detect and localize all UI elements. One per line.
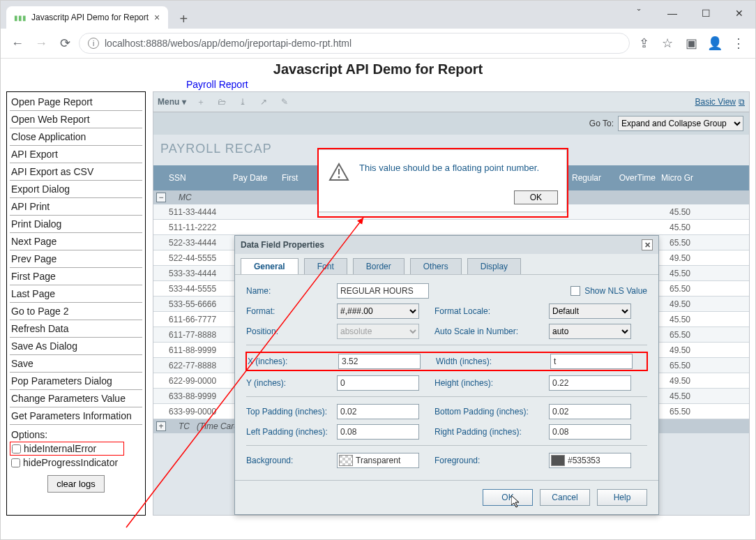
sidebar-item[interactable]: Open Web Report (10, 111, 142, 128)
col-ssn: SSN (166, 173, 230, 183)
back-button[interactable]: ← (8, 33, 27, 53)
download-icon[interactable]: ⤓ (236, 97, 249, 107)
hide-progress-indicator-checkbox[interactable] (11, 458, 20, 467)
sidebar-item[interactable]: Go to Page 2 (10, 303, 142, 320)
clear-logs-button[interactable]: clear logs (47, 475, 105, 493)
tab-font[interactable]: Font (304, 258, 347, 274)
hide-internal-error-checkbox[interactable] (12, 444, 21, 453)
warning-icon (328, 163, 349, 182)
sidebar-item[interactable]: API Export as CSV (10, 163, 142, 181)
sidebar-item[interactable]: Get Parameters Information (10, 407, 142, 425)
y-label: Y (inches): (246, 378, 337, 388)
basic-view-link[interactable]: Basic View ⧉ (695, 97, 745, 107)
format-select[interactable]: #,###.00 (337, 303, 419, 319)
viewer-toolbar: Menu ▾ ＋ 🗁 ⤓ ↗ ✎ Basic View ⧉ (153, 91, 750, 112)
right-pad-input[interactable] (549, 424, 631, 440)
width-label: Width (inches): (436, 357, 550, 366)
format-locale-select[interactable]: Default (549, 303, 631, 319)
maximize-icon[interactable]: ☐ (694, 3, 718, 23)
y-input[interactable] (337, 375, 419, 391)
sidebar-item[interactable]: Close Application (10, 128, 142, 146)
top-pad-label: Top Padding (inches): (246, 407, 337, 417)
site-info-icon[interactable]: i (88, 38, 99, 49)
minimize-icon[interactable]: — (660, 3, 684, 23)
caret-down-icon[interactable]: ˇ (627, 3, 651, 23)
foreground-input[interactable]: #535353 (549, 453, 631, 468)
close-tab-icon[interactable]: × (154, 12, 160, 23)
sidebar-item[interactable]: Save As Dialog (10, 338, 142, 355)
sidebar-item[interactable]: API Export (10, 146, 142, 163)
left-pad-label: Left Padding (inches): (246, 427, 337, 437)
left-pad-input[interactable] (337, 424, 419, 440)
sidebar-item[interactable]: Last Page (10, 285, 142, 303)
dialog-titlebar[interactable]: Data Field Properties ✕ (235, 236, 658, 254)
sidebar-item[interactable]: Save (10, 355, 142, 373)
viewer-menu-button[interactable]: Menu ▾ (158, 97, 186, 107)
foreground-swatch-icon (551, 455, 565, 466)
edit-icon[interactable]: ✎ (278, 97, 291, 107)
autoscale-select[interactable]: auto (549, 324, 631, 339)
sidebar-item[interactable]: Pop Parameters Dialog (10, 373, 142, 390)
open-icon[interactable]: 🗁 (216, 97, 228, 107)
x-input[interactable] (338, 354, 421, 369)
recap-title: PAYROLL RECAP (160, 142, 272, 156)
hide-progress-indicator-label: hideProgressIndicator (23, 457, 118, 468)
height-input[interactable] (549, 375, 631, 391)
format-locale-label: Format Locale: (434, 306, 549, 316)
hide-internal-error-option[interactable]: hideInternalError (10, 442, 124, 456)
show-nls-checkbox[interactable] (570, 286, 580, 296)
sidebar-item[interactable]: API Print (10, 198, 142, 216)
expand-collapse-icon[interactable]: + (156, 421, 166, 431)
bottom-pad-input[interactable] (549, 404, 631, 419)
right-pad-label: Right Padding (inches): (434, 427, 549, 437)
share-icon[interactable]: ⇪ (634, 33, 653, 53)
dialog-ok-button[interactable]: OK (483, 489, 533, 506)
col-microgross: Micro Gross (658, 173, 693, 183)
name-input[interactable] (337, 283, 429, 299)
bookmark-icon[interactable]: ☆ (658, 33, 677, 53)
sidebar-item[interactable]: Next Page (10, 233, 142, 250)
add-icon[interactable]: ＋ (195, 96, 207, 108)
format-label: Format: (246, 306, 337, 316)
dialog-close-icon[interactable]: ✕ (642, 239, 653, 250)
panel-icon[interactable]: ▣ (681, 33, 701, 53)
window-controls: ˇ — ☐ ✕ (627, 3, 751, 23)
sidebar-item[interactable]: Export Dialog (10, 181, 142, 198)
reload-button[interactable]: ⟳ (55, 33, 75, 53)
close-window-icon[interactable]: ✕ (727, 3, 751, 23)
basic-view-label: Basic View (695, 97, 736, 107)
tab-others[interactable]: Others (410, 258, 462, 274)
width-input[interactable] (550, 354, 633, 369)
alert-text: This value should be a floating point nu… (359, 163, 557, 173)
background-label: Background: (246, 456, 337, 465)
col-first: First (279, 173, 324, 183)
sidebar-item[interactable]: Refresh Data (10, 320, 142, 338)
alert-ok-button[interactable]: OK (514, 190, 558, 204)
col-overtime2: OverTime (604, 173, 658, 183)
kebab-menu-icon[interactable]: ⋮ (729, 33, 748, 53)
dialog-cancel-button[interactable]: Cancel (540, 489, 590, 506)
options-header: Options: (10, 425, 142, 442)
table-row[interactable]: 511-11-222245.50 (153, 220, 749, 235)
profile-icon[interactable]: 👤 (705, 33, 725, 53)
sidebar-item[interactable]: Print Dialog (10, 216, 142, 233)
tab-border[interactable]: Border (353, 258, 405, 274)
tab-display[interactable]: Display (467, 258, 521, 274)
dialog-help-button[interactable]: Help (597, 489, 647, 506)
background-input[interactable]: Transparent (337, 453, 419, 468)
sidebar-item[interactable]: Open Page Report (10, 93, 142, 111)
data-field-properties-dialog: Data Field Properties ✕ General Font Bor… (234, 235, 659, 515)
sidebar-item[interactable]: Change Parameters Value (10, 390, 142, 407)
browser-tab[interactable]: ▮▮▮ Javascritp API Demo for Report × (6, 6, 168, 29)
export-icon[interactable]: ↗ (257, 97, 270, 107)
new-tab-button[interactable]: + (174, 9, 193, 29)
sidebar-item[interactable]: Prev Page (10, 250, 142, 268)
goto-select[interactable]: Expand and Collapse Group (618, 116, 743, 131)
top-pad-input[interactable] (337, 404, 419, 419)
report-link[interactable]: Payroll Report (186, 79, 755, 90)
expand-collapse-icon[interactable]: − (156, 193, 166, 202)
address-bar[interactable]: i localhost:8888/webos/app/demo/jreporta… (79, 33, 630, 54)
tab-general[interactable]: General (241, 258, 298, 274)
sidebar-item[interactable]: First Page (10, 268, 142, 285)
hide-progress-indicator-option[interactable]: hideProgressIndicator (10, 456, 142, 470)
